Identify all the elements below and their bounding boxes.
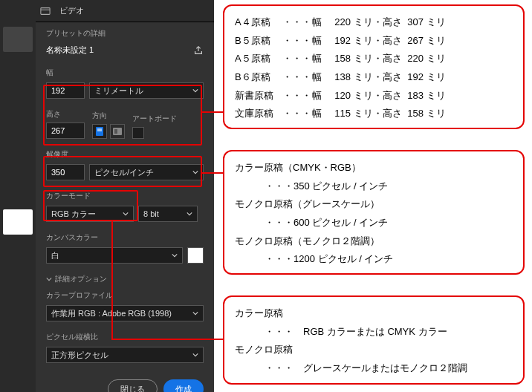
preset-thumb-active[interactable] (3, 209, 33, 235)
tab-icon (40, 6, 51, 16)
tab-title[interactable]: ビデオ (59, 5, 84, 16)
preset-thumbnails (0, 0, 36, 392)
size-row: A４原稿・・・幅220 ミリ・高さ307 ミリ (235, 13, 513, 32)
highlight-colormode (43, 190, 138, 221)
connector (202, 111, 223, 113)
size-row: B６原稿・・・幅138 ミリ・高さ192 ミリ (235, 68, 513, 87)
pixelaspect-label: ピクセル縦横比 (46, 332, 204, 342)
profile-label: カラープロファイル (46, 290, 204, 301)
width-label: 幅 (46, 68, 204, 78)
connector (111, 339, 223, 340)
size-row: A５原稿・・・幅158 ミリ・高さ220 ミリ (235, 50, 513, 68)
preset-thumb[interactable] (3, 27, 33, 52)
new-document-panel: ビデオ プリセットの詳細 名称未設定 1 幅 192 ミリメートル (0, 0, 214, 392)
pixelaspect-select[interactable]: 正方形ピクセル (46, 347, 204, 363)
canvas-color-swatch[interactable] (187, 247, 204, 264)
info-resolution: カラー原稿（CMYK・RGB） ・・・350 ピクセル / インチ モノクロ原稿… (223, 150, 525, 275)
svg-rect-0 (41, 7, 50, 14)
bitdepth-select[interactable]: 8 bit (138, 206, 198, 222)
profile-select[interactable]: 作業用 RGB : Adobe RGB (1998) (46, 305, 204, 321)
highlight-size (43, 85, 202, 146)
size-row: B５原稿・・・幅192 ミリ・高さ267 ミリ (235, 32, 513, 50)
canvas-label: カンバスカラー (46, 232, 204, 243)
highlight-resolution (43, 156, 202, 187)
preset-name[interactable]: 名称未設定 1 (46, 45, 94, 56)
size-row: 新書原稿・・・幅120 ミリ・高さ183 ミリ (235, 87, 513, 105)
preset-details-label: プリセットの詳細 (46, 28, 204, 39)
create-button[interactable]: 作成 (163, 379, 204, 392)
advanced-toggle[interactable]: 詳細オプション (46, 274, 204, 284)
export-icon[interactable] (193, 45, 204, 56)
connector (111, 221, 113, 340)
close-button[interactable]: 閉じる (108, 379, 158, 392)
size-row: 文庫原稿・・・幅115 ミリ・高さ158 ミリ (235, 105, 513, 123)
canvas-color-select[interactable]: 白 (46, 247, 183, 264)
info-sizes: A４原稿・・・幅220 ミリ・高さ307 ミリB５原稿・・・幅192 ミリ・高さ… (223, 4, 525, 129)
info-colormode: カラー原稿 ・・・ RGB カラーまたは CMYK カラー モノクロ原稿 ・・・… (223, 295, 525, 385)
connector (202, 172, 223, 174)
